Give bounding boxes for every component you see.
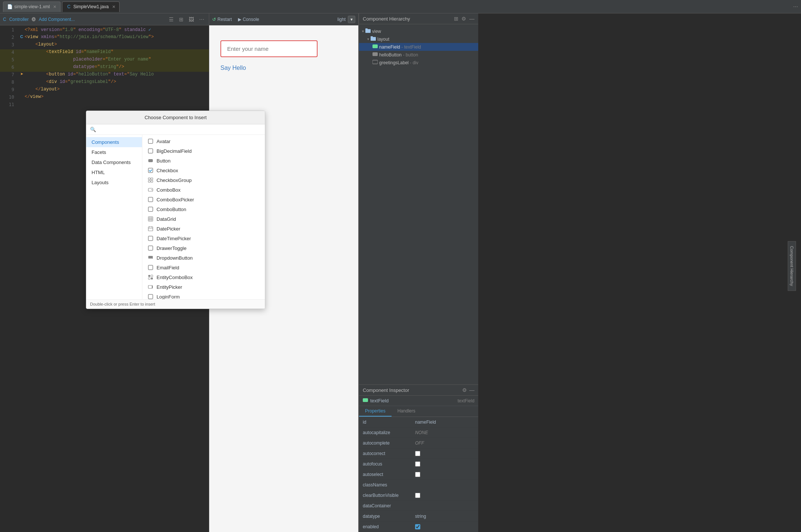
tab-java[interactable]: C SimpleView1.java ✕: [62, 1, 120, 12]
comp-button[interactable]: Button: [142, 156, 265, 166]
restart-button[interactable]: ↺ Restart: [212, 17, 232, 22]
comp-emailfield[interactable]: EmailField: [142, 263, 265, 272]
popup-cat-layouts[interactable]: Layouts: [86, 177, 142, 188]
prop-clearbuttonvisible: clearButtonVisible: [359, 490, 478, 501]
svg-rect-27: [148, 278, 150, 279]
comp-entitycombobox[interactable]: EntityComboBox: [142, 272, 265, 282]
comp-datetimepicker[interactable]: DateTimePicker: [142, 233, 265, 243]
comp-loginform[interactable]: LoginForm: [142, 292, 265, 299]
svg-rect-24: [148, 265, 153, 270]
comp-checkbox-icon: [148, 167, 154, 173]
prop-datacontainer: dataContainer: [359, 501, 478, 511]
comp-loginform-icon: [148, 294, 154, 299]
component-hierarchy-side-tab[interactable]: Component Hierarchy: [788, 241, 796, 291]
preview-name-input[interactable]: [220, 40, 318, 57]
svg-rect-23: [152, 256, 153, 259]
svg-rect-26: [151, 275, 153, 277]
more-icon[interactable]: ⋯: [198, 16, 206, 23]
svg-rect-28: [151, 278, 153, 279]
tree-textfield-icon: [372, 44, 378, 50]
comp-comboboxpicker[interactable]: ComboBoxPicker: [142, 195, 265, 204]
tree-item-greetingslabel[interactable]: greetingsLabel - div: [359, 59, 478, 66]
code-line-2: 2 C <view xmlns="http://jmix.io/schema/f…: [0, 34, 209, 42]
comp-combobutton[interactable]: ComboButton: [142, 204, 265, 214]
svg-rect-25: [148, 275, 150, 277]
comp-bigdecimalfield[interactable]: BigDecimalField: [142, 146, 265, 156]
preview-toolbar: ↺ Restart ▶ Console light ▾: [209, 13, 358, 25]
popup-cat-data-components[interactable]: Data Components: [86, 157, 142, 167]
tab-java-close[interactable]: ✕: [112, 4, 115, 9]
comp-button-icon: [148, 158, 154, 164]
comp-datetimepicker-icon: [148, 235, 154, 241]
inspector-tab-properties[interactable]: Properties: [359, 406, 392, 417]
svg-rect-9: [148, 197, 153, 202]
preview-say-hello-button[interactable]: Say Hello: [220, 63, 246, 73]
prop-autocorrect-checkbox[interactable]: [415, 451, 420, 456]
add-component-button[interactable]: Add Component...: [39, 17, 75, 22]
prop-enabled-checkbox[interactable]: [415, 524, 420, 529]
inspector-close-icon[interactable]: —: [469, 387, 474, 393]
comp-entitypicker[interactable]: EntityPicker: [142, 282, 265, 292]
svg-rect-42: [363, 398, 368, 402]
component-picker-popup: Choose Component to Insert 🔍 Components …: [86, 111, 265, 309]
hierarchy-expand-icon[interactable]: ⊞: [454, 16, 458, 22]
prop-id: id nameField: [359, 417, 478, 427]
hierarchy-panel: Component Hierarchy ⊞ ⚙ — ▾ view ▾: [359, 13, 478, 532]
comp-avatar[interactable]: Avatar: [142, 136, 265, 146]
comp-avatar-icon: [148, 138, 154, 144]
editor-toolbar: C Controller 🅐 Add Component... ☰ ⊞ 🖼 ⋯: [0, 13, 209, 25]
inspector-gear-icon[interactable]: ⚙: [462, 387, 467, 393]
comp-dropdownbutton[interactable]: DropdownButton: [142, 253, 265, 263]
prop-autofocus-checkbox[interactable]: [415, 461, 420, 467]
popup-search-input[interactable]: [98, 127, 261, 132]
controller-label[interactable]: Controller: [9, 17, 29, 22]
image-icon[interactable]: 🖼: [187, 16, 195, 23]
svg-rect-2: [148, 159, 153, 162]
tree-item-view[interactable]: ▾ view: [359, 27, 478, 35]
hierarchy-close-icon[interactable]: —: [469, 16, 474, 22]
console-button[interactable]: ▶ Console: [238, 17, 259, 22]
svg-rect-5: [151, 178, 153, 180]
popup-title: Choose Component to Insert: [86, 111, 265, 124]
grid-icon[interactable]: ⊞: [177, 16, 185, 23]
chevron-down-icon: ▾: [350, 17, 353, 22]
comp-datepicker[interactable]: DatePicker: [142, 224, 265, 233]
popup-cat-components[interactable]: Components: [86, 137, 142, 147]
prop-enabled: enabled: [359, 522, 478, 532]
theme-dropdown[interactable]: ▾: [348, 16, 355, 23]
inspector-header: Component Inspector ⚙ —: [359, 385, 478, 396]
inspector-comp-icon: [363, 398, 368, 403]
tree-item-hellobutton[interactable]: helloButton - button: [359, 51, 478, 59]
tab-xml-close[interactable]: ✕: [53, 4, 56, 9]
comp-bigdecimalfield-icon: [148, 148, 154, 154]
tree-item-layout[interactable]: ▾ layout: [359, 35, 478, 43]
svg-rect-1: [148, 149, 153, 153]
tab-xml[interactable]: 📄 simple-view-1.xml ✕: [3, 1, 61, 12]
tree-item-namefield[interactable]: nameField - textField: [359, 43, 478, 51]
comp-checkbox[interactable]: Checkbox: [142, 166, 265, 175]
popup-footer: Double-click or press Enter to insert: [86, 299, 265, 309]
lines-icon[interactable]: ☰: [167, 16, 175, 23]
prop-clearbuttonvisible-checkbox[interactable]: [415, 493, 420, 498]
comp-combobox[interactable]: ComboBox: [142, 185, 265, 195]
tab-java-label: SimpleView1.java: [73, 4, 109, 9]
svg-rect-38: [371, 36, 373, 38]
comp-drawertoggle[interactable]: DrawerToggle: [142, 243, 265, 253]
prop-classnames: classNames: [359, 480, 478, 490]
comp-datagrid[interactable]: DataGrid: [142, 214, 265, 224]
tab-more-icon[interactable]: ⋯: [793, 4, 798, 9]
popup-cat-facets[interactable]: Facets: [86, 147, 142, 157]
inspector-tab-handlers[interactable]: Handlers: [392, 406, 421, 417]
comp-drawertoggle-icon: [148, 245, 154, 251]
comp-comboboxpicker-icon: [148, 197, 154, 202]
toolbar-icons: ☰ ⊞ 🖼 ⋯: [167, 16, 206, 23]
prop-autoselect-checkbox[interactable]: [415, 472, 420, 477]
hierarchy-tree: ▾ view ▾ layout nameField - te: [359, 24, 478, 384]
popup-cat-html[interactable]: HTML: [86, 167, 142, 177]
tree-arrow-layout: ▾: [367, 37, 369, 41]
hierarchy-gear-icon[interactable]: ⚙: [461, 16, 466, 22]
comp-checkboxgroup[interactable]: CheckboxGroup: [142, 175, 265, 185]
inspector-comp-row: textField textField: [359, 396, 478, 406]
comp-datepicker-icon: [148, 226, 154, 232]
hierarchy-title: Component Hierarchy: [363, 16, 454, 22]
